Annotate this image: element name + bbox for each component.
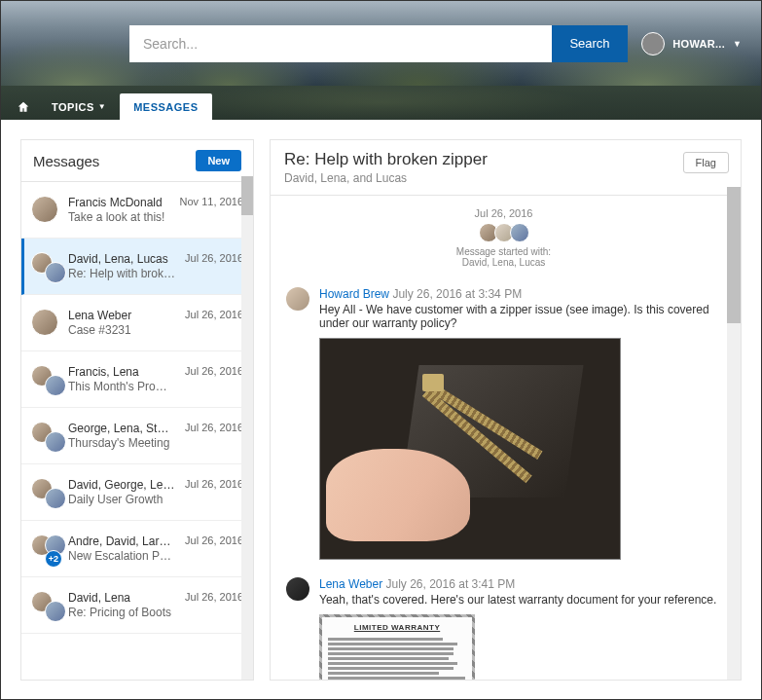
message-content: Lena Weber July 26, 2016 at 3:41 PMYeah,… [319,577,721,680]
conversation-names: David, Lena, Lucas [68,252,175,266]
search-input[interactable] [129,25,552,62]
conversation-names: George, Lena, Steven [68,422,175,435]
tab-messages[interactable]: MESSAGES [120,93,211,120]
flag-button[interactable]: Flag [683,152,729,173]
message-body: Yeah, that's covered. Here's our latest … [319,593,721,607]
conversation-date: Nov 11, 2016 [180,196,243,224]
doc-body [328,638,466,680]
message-time: July 26, 2016 at 3:34 PM [392,287,522,301]
intro-label: Message started with: [286,246,721,257]
home-icon [17,100,30,114]
conversation-date: Jul 26, 2016 [185,309,243,337]
conversation-names: Francis McDonald [68,196,170,209]
conversation-item[interactable]: Francis, LenaThis Month's Promotio...Jul… [21,351,253,408]
thread-body[interactable]: Jul 26, 2016 Message started with: David… [271,196,741,680]
conversation-subject: Daily User Growth [68,493,175,506]
conversation-item[interactable]: +2Andre, David, Lara, Le...New Escalatio… [21,521,253,577]
conversation-subject: Re: Pricing of Boots [68,606,175,619]
conversations-header: Messages New [21,140,253,182]
conversation-date: Jul 26, 2016 [185,478,243,506]
doc-title: LIMITED WARRANTY [328,623,466,632]
chevron-down-icon: ▼ [733,39,742,49]
conversation-subject: This Month's Promotio... [68,380,175,393]
message-content: Howard Brew July 26, 2016 at 3:34 PMHey … [319,287,721,560]
conversations-list[interactable]: Francis McDonaldTake a look at this!Nov … [21,182,253,680]
thread-header: Re: Help with broken zipper David, Lena,… [271,140,741,196]
header-banner: Search HOWAR... ▼ [1,1,761,86]
avatar-stack-icon [31,591,58,618]
message: Lena Weber July 26, 2016 at 3:41 PMYeah,… [286,577,721,680]
avatar-icon [31,196,58,223]
conversation-text: George, Lena, StevenThursday's Meeting [68,422,175,450]
conversation-item[interactable]: David, LenaRe: Pricing of BootsJul 26, 2… [21,577,253,634]
thread-participants: David, Lena, and Lucas [284,171,727,185]
conversation-text: David, LenaRe: Pricing of Boots [68,591,175,619]
scrollbar[interactable] [241,176,253,680]
avatar-stack-icon [31,252,58,279]
attachment-image[interactable] [319,338,621,560]
conversation-text: Francis, LenaThis Month's Promotio... [68,365,175,393]
conversation-date: Jul 26, 2016 [185,252,243,280]
user-menu[interactable]: HOWAR... ▼ [641,32,742,55]
conversation-text: Francis McDonaldTake a look at this! [68,196,170,224]
message-avatar-icon [286,577,309,601]
conversation-names: Andre, David, Lara, Le... [68,534,175,548]
conversation-subject: New Escalation Policy [68,549,175,563]
conversation-item[interactable]: George, Lena, StevenThursday's MeetingJu… [21,408,253,464]
avatar-stack-icon: +2 [31,534,58,562]
conversation-names: David, Lena [68,591,175,605]
conversation-subject: Thursday's Meeting [68,436,175,450]
avatar-stack-icon [31,365,58,392]
home-tab[interactable] [9,93,38,120]
conversation-item[interactable]: Francis McDonaldTake a look at this!Nov … [21,182,253,239]
avatar-stack-icon [31,422,58,449]
conversation-item[interactable]: David, Lena, LucasRe: Help with broken z… [21,239,253,295]
avatar-stack-icon [31,478,58,505]
conversation-names: Lena Weber [68,309,175,322]
message-author: Howard Brew [319,287,389,301]
conversation-subject: Re: Help with broken z... [68,267,175,280]
scrollbar[interactable] [727,187,741,680]
message-meta: Howard Brew July 26, 2016 at 3:34 PM [319,287,721,301]
conversation-text: Lena WeberCase #3231 [68,309,175,337]
intro-avatars [286,223,721,242]
message: Howard Brew July 26, 2016 at 3:34 PMHey … [286,287,721,560]
chevron-down-icon: ▼ [98,102,106,111]
conversation-text: David, Lena, LucasRe: Help with broken z… [68,252,175,280]
message-author: Lena Weber [319,577,382,591]
participant-avatar-icon [510,223,529,242]
conversations-panel: Messages New Francis McDonaldTake a look… [20,139,254,681]
attachment-document[interactable]: LIMITED WARRANTY [319,614,475,680]
intro-names: David, Lena, Lucas [286,257,721,268]
thread-title: Re: Help with broken zipper [284,150,727,169]
conversation-date: Jul 26, 2016 [185,534,243,563]
conversation-subject: Take a look at this! [68,210,170,224]
tab-topics-label: TOPICS [52,101,94,113]
conversation-subject: Case #3231 [68,323,175,337]
message-meta: Lena Weber July 26, 2016 at 3:41 PM [319,577,721,591]
conversation-names: Francis, Lena [68,365,175,379]
user-avatar-icon [641,32,665,55]
conversation-date: Jul 26, 2016 [185,591,243,619]
conversation-item[interactable]: David, George, LenaDaily User GrowthJul … [21,464,253,521]
avatar-icon [31,309,58,336]
tab-topics[interactable]: TOPICS ▼ [38,93,120,120]
tab-messages-label: MESSAGES [133,101,198,113]
message-time: July 26, 2016 at 3:41 PM [386,577,516,591]
conversation-date: Jul 26, 2016 [185,422,243,450]
conversation-text: David, George, LenaDaily User Growth [68,478,175,506]
search-button[interactable]: Search [552,25,628,62]
scroll-thumb[interactable] [727,187,741,323]
conversations-title: Messages [33,153,99,169]
search-wrap: Search [129,25,628,62]
conversation-names: David, George, Lena [68,478,175,492]
nav-tabs: TOPICS ▼ MESSAGES [1,86,761,120]
message-avatar-icon [286,287,309,311]
main-content: Messages New Francis McDonaldTake a look… [1,120,761,700]
new-message-button[interactable]: New [196,150,241,171]
user-name-label: HOWAR... [672,38,725,50]
intro-date: Jul 26, 2016 [286,207,721,219]
scroll-thumb[interactable] [241,176,253,215]
conversation-item[interactable]: Lena WeberCase #3231Jul 26, 2016 [21,295,253,351]
message-body: Hey All - We have customer with a zipper… [319,303,721,330]
